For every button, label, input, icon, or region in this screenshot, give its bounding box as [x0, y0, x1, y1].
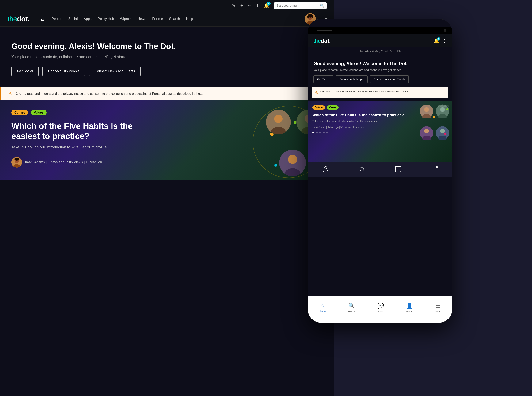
- phone-privacy-text: Click to read and understand the privacy…: [320, 90, 411, 93]
- notification-icon[interactable]: 🔔 8: [264, 3, 269, 8]
- tag-values[interactable]: Values: [31, 110, 47, 116]
- phone-card-title: Which of the Five Habits is the easiest …: [312, 113, 448, 117]
- phone-greeting-subtitle: Your place to communicate, collaborate a…: [313, 68, 447, 72]
- phone-app-3[interactable]: [380, 162, 416, 177]
- phone-header: thedot. 🔔 8 ⋮: [308, 34, 452, 47]
- connect-people-button[interactable]: Connect with People: [42, 67, 85, 76]
- content-card[interactable]: Culture Values Which of the Five Habits …: [0, 100, 334, 180]
- phone-home-icon: ⌂: [320, 303, 324, 309]
- phone-logo-the: the: [313, 38, 321, 44]
- card-dot-5: [326, 132, 328, 134]
- phone-connect-people-button[interactable]: Connect with People: [336, 75, 368, 83]
- phone-privacy-notice[interactable]: ⚠ Click to read and understand the priva…: [312, 87, 448, 98]
- phone-greeting-section: Good evening, Alexis! Welcome to The Dot…: [308, 56, 452, 87]
- phone-date: Thursday 9 May 2024 | 5:58 PM: [308, 47, 452, 56]
- hero-greeting: Good evening, Alexis! Welcome to The Dot…: [12, 42, 323, 51]
- content-views: 505 Views: [67, 160, 83, 164]
- phone-tag-values[interactable]: Values: [327, 105, 339, 110]
- phone-search-icon: 🔍: [348, 303, 355, 309]
- svg-point-4: [307, 15, 309, 18]
- phone-card-reactions: 1 Reaction: [353, 126, 364, 128]
- content-author: Imani Adams | 6 days ago | 505 Views | 1…: [12, 157, 323, 168]
- nav-policyhub[interactable]: Policy Hub: [98, 17, 114, 21]
- nav-wipro[interactable]: Wipro ▾: [120, 17, 131, 21]
- phone-get-social-button[interactable]: Get Social: [313, 75, 333, 83]
- phone-nav-home-label: Home: [319, 310, 326, 313]
- nav-people[interactable]: People: [52, 17, 62, 21]
- logo-dot: dot.: [17, 15, 30, 23]
- utility-search-input[interactable]: [276, 4, 318, 7]
- phone-nav-search[interactable]: 🔍 Search: [348, 303, 355, 313]
- phone-nav-search-label: Search: [348, 310, 355, 313]
- card-dot-3: [319, 132, 321, 134]
- phone-menu-icon: ☰: [436, 303, 440, 309]
- hero-subtitle: Your place to communicate, collaborate a…: [12, 55, 323, 59]
- phone-app-2[interactable]: [344, 162, 380, 177]
- content-reactions: 1 Reaction: [86, 160, 102, 164]
- nav-forme[interactable]: For me: [152, 17, 163, 21]
- svg-point-14: [285, 168, 301, 176]
- phone-nav-profile[interactable]: 👤 Profile: [406, 303, 413, 313]
- phone-logo-dot: dot.: [321, 38, 331, 44]
- svg-point-7: [274, 115, 283, 123]
- phone-card-meta: Imani Adams | 6 days ago | 505 Views | 1…: [312, 126, 448, 128]
- phone-content-card[interactable]: Culture Values culture Which of the Five…: [308, 101, 452, 162]
- svg-point-31: [325, 167, 327, 169]
- author-avatar: [12, 157, 22, 168]
- nav-bar: thedot. ⌂ People Social Apps Policy Hub …: [0, 12, 334, 27]
- phone-card-author: Imani Adams: [312, 126, 325, 128]
- phone-greeting-title: Good evening, Alexis! Welcome to The Dot…: [313, 61, 447, 66]
- phone-header-icons: 🔔 8 ⋮: [434, 38, 447, 44]
- hero-buttons: Get Social Connect with People Connect N…: [12, 67, 323, 76]
- nav-news[interactable]: News: [138, 17, 146, 21]
- nav-apps[interactable]: Apps: [84, 17, 92, 21]
- svg-point-5: [311, 15, 313, 18]
- author-separator1: |: [46, 160, 48, 164]
- phone-notification-badge: 8: [437, 37, 440, 41]
- content-excerpt: Take this poll on our Introduction to Fi…: [12, 145, 125, 149]
- content-tags: Culture Values: [12, 110, 323, 116]
- author-separator2: |: [65, 160, 67, 164]
- nav-search[interactable]: Search: [169, 17, 180, 21]
- card-dot-2: [316, 132, 318, 134]
- star-icon[interactable]: ✦: [240, 3, 243, 8]
- nav-home-icon[interactable]: ⌂: [41, 16, 44, 22]
- phone-connect-news-button[interactable]: Connect News and Events: [370, 75, 409, 83]
- phone-menu-dots[interactable]: ⋮: [442, 39, 447, 43]
- logo-the: the: [8, 15, 17, 23]
- profile-icon[interactable]: ✎: [232, 3, 235, 8]
- utility-search-bar[interactable]: 🔍: [274, 2, 327, 9]
- utility-search-icon: 🔍: [320, 4, 324, 8]
- phone-buttons: Get Social Connect with People Connect N…: [313, 75, 447, 83]
- phone-warning-icon: ⚠: [315, 90, 318, 95]
- edit-icon[interactable]: ✏: [248, 3, 251, 8]
- privacy-notice[interactable]: ⚠ Click to read and understand the priva…: [0, 87, 334, 100]
- phone-app-1[interactable]: [308, 162, 344, 177]
- phone-logo: thedot.: [313, 38, 331, 44]
- phone-app-grid: [308, 162, 452, 177]
- phone-screen: thedot. 🔔 8 ⋮ Thursday 9 May 2024 | 5:58…: [308, 19, 452, 323]
- logo: thedot.: [8, 15, 30, 23]
- nav-items: People Social Apps Policy Hub Wipro ▾ Ne…: [52, 17, 193, 21]
- get-social-button[interactable]: Get Social: [12, 67, 39, 76]
- phone-nav-home[interactable]: ⌂ Home: [319, 303, 326, 313]
- author-name: Imani Adams: [25, 160, 45, 164]
- warning-icon: ⚠: [8, 91, 12, 96]
- phone-card-views: 505 Views: [341, 126, 351, 128]
- nav-social[interactable]: Social: [68, 17, 78, 21]
- phone-nav-social[interactable]: 💬 Social: [377, 303, 384, 313]
- svg-rect-33: [395, 167, 401, 172]
- privacy-text: Click to read and understand the privacy…: [16, 92, 203, 96]
- phone-notification-icon[interactable]: 🔔 8: [434, 38, 439, 44]
- phone-card-tags: Culture Values culture: [312, 105, 448, 110]
- svg-rect-34: [436, 167, 437, 168]
- download-icon[interactable]: ⬇: [256, 3, 259, 8]
- tag-culture[interactable]: Culture: [12, 110, 28, 116]
- phone-culture-watermark: culture: [438, 104, 449, 108]
- phone-app-4[interactable]: [416, 162, 452, 177]
- content-time: 6 days ago: [48, 160, 65, 164]
- phone-nav-menu[interactable]: ☰ Menu: [435, 303, 441, 313]
- phone-tag-culture[interactable]: Culture: [312, 105, 325, 110]
- connect-news-button[interactable]: Connect News and Events: [89, 67, 141, 76]
- nav-help[interactable]: Help: [186, 17, 193, 21]
